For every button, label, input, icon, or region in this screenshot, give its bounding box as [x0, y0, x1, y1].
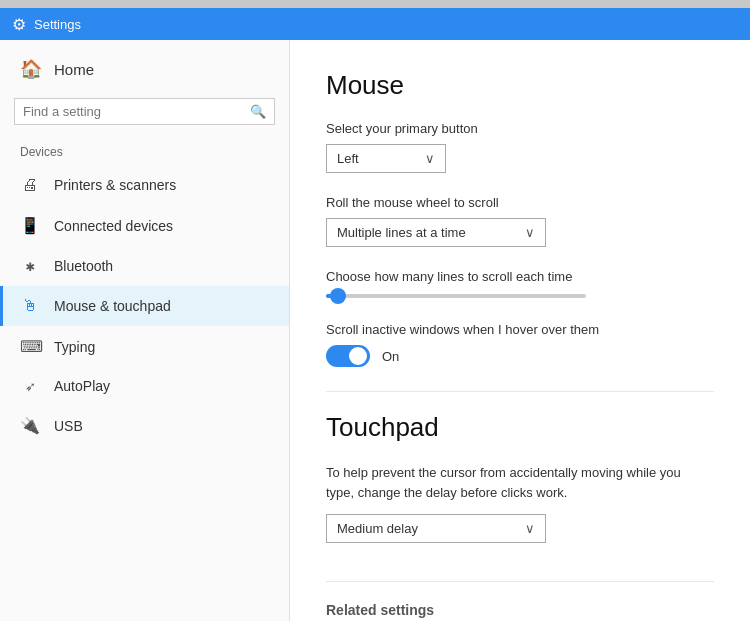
search-input[interactable] [23, 104, 244, 119]
sidebar-autoplay-label: AutoPlay [54, 378, 110, 394]
slider-thumb[interactable] [330, 288, 346, 304]
typing-icon: ⌨ [20, 337, 40, 356]
search-icon: 🔍 [250, 104, 266, 119]
sidebar-connected-label: Connected devices [54, 218, 173, 234]
sidebar-item-printers[interactable]: 🖨 Printers & scanners [0, 165, 289, 205]
touchpad-title: Touchpad [326, 412, 714, 443]
mouse-title: Mouse [326, 70, 714, 101]
scroll-wheel-value: Multiple lines at a time [337, 225, 466, 240]
autoplay-icon: ➶ [20, 379, 40, 394]
scroll-slider-track[interactable] [326, 294, 586, 298]
sidebar-bluetooth-label: Bluetooth [54, 258, 113, 274]
browser-bar [0, 0, 750, 8]
scroll-wheel-label: Roll the mouse wheel to scroll [326, 195, 714, 210]
sidebar-item-connected-devices[interactable]: 📱 Connected devices [0, 205, 289, 246]
sidebar-home-label: Home [54, 61, 94, 78]
search-box: 🔍 [14, 98, 275, 125]
toggle-on-label: On [382, 349, 399, 364]
scroll-lines-container: Choose how many lines to scroll each tim… [326, 269, 714, 298]
sidebar-item-typing[interactable]: ⌨ Typing [0, 326, 289, 367]
bluetooth-icon: ✱ [20, 257, 40, 275]
app-container: 🏠 Home 🔍 Devices 🖨 Printers & scanners 📱… [0, 40, 750, 621]
mouse-touchpad-icon: 🖱 [20, 297, 40, 315]
sidebar-typing-label: Typing [54, 339, 95, 355]
sidebar-item-home[interactable]: 🏠 Home [0, 40, 289, 98]
toggle-knob [349, 347, 367, 365]
touchpad-delay-dropdown[interactable]: Medium delay ∨ [326, 514, 546, 543]
sidebar-printers-label: Printers & scanners [54, 177, 176, 193]
touchpad-delay-value: Medium delay [337, 521, 418, 536]
scroll-inactive-toggle-row: On [326, 345, 714, 367]
title-bar: ⚙ Settings [0, 8, 750, 40]
primary-button-arrow: ∨ [425, 151, 435, 166]
scroll-lines-label: Choose how many lines to scroll each tim… [326, 269, 714, 284]
sidebar-item-usb[interactable]: 🔌 USB [0, 405, 289, 446]
section-divider-2 [326, 581, 714, 582]
main-content: Mouse Select your primary button Left ∨ … [290, 40, 750, 621]
printers-icon: 🖨 [20, 176, 40, 194]
sidebar-mouse-label: Mouse & touchpad [54, 298, 171, 314]
sidebar: 🏠 Home 🔍 Devices 🖨 Printers & scanners 📱… [0, 40, 290, 621]
home-icon: 🏠 [20, 58, 42, 80]
usb-icon: 🔌 [20, 416, 40, 435]
sidebar-item-autoplay[interactable]: ➶ AutoPlay [0, 367, 289, 405]
primary-button-value: Left [337, 151, 359, 166]
touchpad-description: To help prevent the cursor from accident… [326, 463, 706, 502]
primary-button-label: Select your primary button [326, 121, 714, 136]
related-settings-title: Related settings [326, 602, 714, 618]
scroll-wheel-arrow: ∨ [525, 225, 535, 240]
connected-devices-icon: 📱 [20, 216, 40, 235]
sidebar-usb-label: USB [54, 418, 83, 434]
sidebar-section-label: Devices [0, 137, 289, 165]
title-bar-label: Settings [34, 17, 81, 32]
scroll-wheel-dropdown[interactable]: Multiple lines at a time ∨ [326, 218, 546, 247]
scroll-inactive-toggle[interactable] [326, 345, 370, 367]
scroll-inactive-label: Scroll inactive windows when I hover ove… [326, 322, 714, 337]
primary-button-dropdown[interactable]: Left ∨ [326, 144, 446, 173]
sidebar-item-bluetooth[interactable]: ✱ Bluetooth [0, 246, 289, 286]
sidebar-item-mouse-touchpad[interactable]: 🖱 Mouse & touchpad [0, 286, 289, 326]
section-divider [326, 391, 714, 392]
touchpad-delay-arrow: ∨ [525, 521, 535, 536]
settings-icon: ⚙ [12, 15, 26, 34]
